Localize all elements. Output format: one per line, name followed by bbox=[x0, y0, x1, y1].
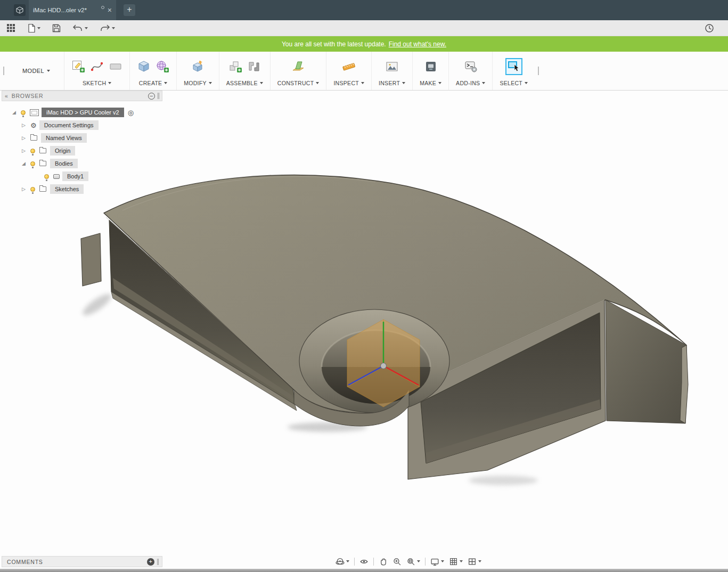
grid-icon bbox=[449, 557, 458, 566]
fusion360-window: iMac HDD...oler v2* × + bbox=[0, 0, 728, 572]
browser-item-document-settings[interactable]: Document Settings bbox=[39, 120, 99, 130]
inspect-menu[interactable]: INSPECT bbox=[333, 80, 364, 86]
visibility-bulb-icon[interactable] bbox=[30, 149, 35, 153]
update-banner: You are all set with the latest update. … bbox=[0, 36, 728, 52]
view-navigation-bar bbox=[336, 555, 481, 567]
expander-icon[interactable]: ▷ bbox=[22, 148, 30, 153]
spline-tool-icon[interactable] bbox=[90, 60, 104, 73]
activate-component-icon[interactable]: ◎ bbox=[128, 109, 134, 117]
new-tab-button[interactable]: + bbox=[124, 4, 135, 16]
panel-grip-handle[interactable] bbox=[157, 559, 159, 565]
folder-icon bbox=[30, 135, 37, 141]
fit-button[interactable] bbox=[406, 557, 420, 566]
visibility-bulb-icon[interactable] bbox=[30, 187, 35, 192]
gear-icon: ⚙ bbox=[30, 122, 37, 129]
comments-panel[interactable]: COMMENTS + bbox=[2, 556, 162, 567]
expander-icon[interactable]: ▷ bbox=[22, 135, 30, 141]
file-menu-button[interactable] bbox=[27, 23, 40, 33]
pan-button[interactable] bbox=[379, 557, 388, 566]
tree-row-named-views: ▷ Named Views bbox=[2, 132, 162, 144]
chevron-down-icon bbox=[112, 27, 115, 29]
insert-image-icon[interactable] bbox=[385, 60, 399, 73]
new-component-icon[interactable] bbox=[228, 60, 242, 73]
browser-item-root[interactable]: iMac HDD > GPU Cooler v2 bbox=[42, 108, 124, 117]
ribbon-toolbar: MODEL SKETCH bbox=[0, 52, 728, 91]
chevron-down-icon bbox=[346, 560, 349, 562]
group-label: SELECT bbox=[500, 80, 522, 86]
job-status-button[interactable] bbox=[705, 23, 714, 33]
visibility-bulb-icon[interactable] bbox=[21, 110, 26, 115]
toolbar-grip-handle[interactable] bbox=[3, 67, 4, 75]
save-icon bbox=[52, 24, 61, 32]
assemble-menu[interactable]: ASSEMBLE bbox=[226, 80, 263, 86]
create-menu[interactable]: CREATE bbox=[139, 80, 168, 86]
visibility-bulb-icon[interactable] bbox=[30, 161, 35, 166]
workspace-switcher[interactable]: MODEL bbox=[7, 52, 64, 90]
app-logo-icon bbox=[14, 4, 26, 16]
quick-access-toolbar bbox=[0, 20, 728, 36]
expander-icon[interactable]: ◢ bbox=[22, 161, 30, 166]
viewports-button[interactable] bbox=[468, 557, 481, 566]
browser-title: BROWSER bbox=[12, 93, 148, 99]
3d-print-icon[interactable] bbox=[424, 60, 438, 73]
make-menu[interactable]: MAKE bbox=[420, 80, 441, 86]
undo-button[interactable] bbox=[72, 24, 88, 32]
group-label: MAKE bbox=[420, 80, 436, 86]
expander-icon[interactable]: ▷ bbox=[22, 186, 30, 192]
ribbon-group-make: MAKE bbox=[412, 52, 448, 90]
redo-button[interactable] bbox=[100, 24, 115, 32]
chevron-down-icon bbox=[85, 27, 88, 29]
unsaved-indicator-dot bbox=[101, 6, 104, 9]
chevron-down-icon bbox=[460, 560, 463, 562]
app-grid-button[interactable] bbox=[6, 23, 15, 32]
visibility-bulb-icon[interactable] bbox=[44, 174, 49, 179]
rectangle-tool-icon[interactable] bbox=[109, 60, 122, 73]
create-form-icon[interactable] bbox=[156, 60, 169, 73]
joint-icon[interactable] bbox=[247, 60, 261, 73]
browser-item-origin[interactable]: Origin bbox=[50, 146, 75, 156]
select-menu[interactable]: SELECT bbox=[500, 80, 528, 86]
create-box-icon[interactable] bbox=[137, 60, 151, 73]
tree-row-body1: Body1 bbox=[2, 170, 162, 183]
browser-item-bodies[interactable]: Bodies bbox=[50, 159, 78, 168]
panel-grip-handle[interactable] bbox=[158, 93, 159, 99]
grid-layout-button[interactable] bbox=[449, 557, 463, 566]
group-label: INSERT bbox=[379, 80, 400, 86]
chevron-down-icon bbox=[441, 560, 444, 562]
whats-new-link[interactable]: Find out what's new. bbox=[389, 40, 446, 48]
add-comment-icon[interactable]: + bbox=[147, 558, 154, 566]
construct-menu[interactable]: CONSTRUCT bbox=[277, 80, 320, 86]
group-label: ADD-INS bbox=[456, 80, 480, 86]
group-label: MODIFY bbox=[184, 80, 207, 86]
addins-menu[interactable]: ADD-INS bbox=[456, 80, 485, 86]
chevron-down-icon bbox=[108, 82, 111, 84]
expander-icon[interactable]: ▷ bbox=[22, 122, 30, 128]
tab-close-icon[interactable]: × bbox=[108, 6, 112, 14]
expander-icon[interactable]: ◢ bbox=[12, 110, 21, 115]
tree-row-sketches: ▷ Sketches bbox=[2, 183, 162, 195]
chevron-down-icon bbox=[209, 82, 212, 84]
scripts-addins-icon[interactable] bbox=[464, 60, 478, 73]
modify-menu[interactable]: MODIFY bbox=[184, 80, 212, 86]
browser-item-body1[interactable]: Body1 bbox=[62, 171, 88, 181]
display-settings-button[interactable] bbox=[430, 557, 444, 566]
measure-ruler-icon[interactable] bbox=[342, 60, 356, 73]
group-label: CONSTRUCT bbox=[277, 80, 314, 86]
sketch-menu[interactable]: SKETCH bbox=[83, 80, 111, 86]
zoom-fit-icon bbox=[406, 557, 415, 566]
insert-menu[interactable]: INSERT bbox=[379, 80, 405, 86]
document-tab[interactable]: iMac HDD...oler v2* × bbox=[29, 0, 116, 20]
toolbar-grip-handle[interactable] bbox=[538, 67, 539, 75]
collapse-panel-icon[interactable]: « bbox=[5, 93, 9, 99]
browser-item-named-views[interactable]: Named Views bbox=[41, 133, 87, 143]
orbit-button[interactable] bbox=[336, 557, 349, 566]
construction-plane-icon[interactable] bbox=[291, 60, 305, 73]
look-at-button[interactable] bbox=[359, 557, 369, 566]
save-button[interactable] bbox=[52, 24, 61, 32]
minimize-panel-icon[interactable]: − bbox=[148, 93, 155, 100]
select-tool-icon[interactable] bbox=[507, 60, 521, 73]
browser-item-sketches[interactable]: Sketches bbox=[50, 184, 84, 194]
create-sketch-icon[interactable] bbox=[71, 60, 85, 73]
press-pull-icon[interactable] bbox=[191, 60, 205, 73]
zoom-button[interactable] bbox=[392, 557, 402, 566]
